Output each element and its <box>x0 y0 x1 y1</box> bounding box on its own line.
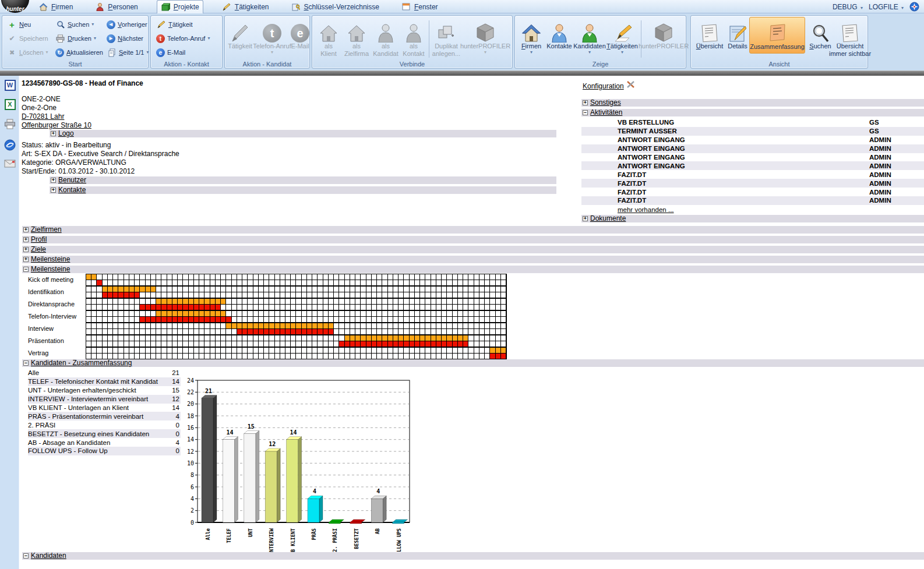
collapse-icon[interactable]: − <box>23 361 29 366</box>
gantt-plan-cell <box>415 348 420 354</box>
section-label-dokumente[interactable]: Dokumente <box>590 215 626 222</box>
gantt-plan-cell <box>118 335 124 341</box>
summary-row[interactable]: 2. PRÄSI0 <box>28 420 181 429</box>
activity-row[interactable]: TERMINT AUSSERGS <box>581 127 924 136</box>
activity-row[interactable]: ANTWORT EINGANGADMIN <box>581 144 924 153</box>
app-logo[interactable]: hunter <box>1 0 29 13</box>
expand-icon[interactable]: + <box>51 188 56 193</box>
activity-row[interactable]: VB ERSTELLUNGGS <box>581 118 924 127</box>
section-label-ziele[interactable]: Ziele <box>31 246 46 253</box>
summary-row[interactable]: VB KLIENT - Unterlagen an Klient14 <box>28 404 181 412</box>
gantt-plan-cell <box>366 335 372 341</box>
summary-row[interactable]: PRÄS - Präsentationstermin vereinbart4 <box>28 412 181 420</box>
section-label-kontakte[interactable]: Kontakte <box>58 186 86 194</box>
menu-item-projekte[interactable]: Projekte <box>157 0 203 13</box>
activity-row[interactable]: FAZIT.DTADMIN <box>581 196 924 205</box>
aktualisieren-button[interactable]: ↻ Aktualisieren <box>54 46 105 59</box>
section-label-aktivitaeten[interactable]: Aktivitäten <box>590 109 622 116</box>
expand-icon[interactable]: + <box>51 178 56 183</box>
company-city-link[interactable]: D-70281 Lahr <box>22 112 64 121</box>
excel-export-icon[interactable]: X <box>3 98 16 111</box>
gantt-plan-cell <box>425 348 431 354</box>
expand-icon[interactable]: + <box>23 247 29 252</box>
summary-row[interactable]: TELEF - Telefonischer Kontakt mit Kandid… <box>28 377 181 386</box>
konfiguration-link[interactable]: Konfiguration <box>583 80 636 90</box>
section-label-meilensteine-2[interactable]: Meilensteine <box>31 266 70 273</box>
naechster-button[interactable]: ▶ Nächster <box>105 32 145 45</box>
logfile-menu[interactable]: LOGFILE ▾ <box>869 3 904 11</box>
drucken-button[interactable]: Drucken ▾ <box>54 32 98 45</box>
expand-icon[interactable]: + <box>23 257 29 262</box>
zeige-firmen-button[interactable]: Firmen ▾ <box>519 18 544 55</box>
seite-button[interactable]: Seite 1/1 ▾ <box>105 46 150 59</box>
compass-icon[interactable] <box>909 2 919 12</box>
activity-row[interactable]: FAZIT.DTADMIN <box>581 170 924 179</box>
summary-row[interactable]: INTERVIEW - Interviewtermin vereinbart12 <box>28 395 181 404</box>
suchen-button[interactable]: Suchen ▾ <box>54 18 96 31</box>
gantt-plan-cell <box>339 299 344 305</box>
section-label-kandidaten-zusammenfassung[interactable]: Kandidaten - Zusammenfassung <box>31 359 132 367</box>
menu-item-personen[interactable]: Personen <box>91 0 141 13</box>
collapse-icon[interactable]: − <box>23 553 29 559</box>
web-browser-icon[interactable] <box>3 139 16 151</box>
neu-button[interactable]: + Neu <box>5 18 33 31</box>
summary-row[interactable]: UNT - Unterlagen erhalten/geschickt15 <box>28 386 181 395</box>
details-button[interactable]: Details <box>726 18 749 50</box>
gantt-plan-cell <box>161 287 167 292</box>
gantt-plan-cell <box>382 348 387 354</box>
mehr-vorhanden-link[interactable]: mehr vorhanden ... <box>618 206 674 213</box>
email-button[interactable]: e E-Mail <box>154 46 187 59</box>
section-label-kandidaten[interactable]: Kandidaten <box>31 552 66 560</box>
menu-item-fenster[interactable]: Fenster <box>398 0 442 13</box>
gantt-plan-cell <box>302 348 307 354</box>
activity-row[interactable]: ANTWORT EINGANGADMIN <box>581 161 924 170</box>
gantt-actual-cell <box>146 280 151 286</box>
activity-row[interactable]: FAZIT.DTADMIN <box>581 188 924 196</box>
company-street-link[interactable]: Offenburger Straße 10 <box>22 121 91 129</box>
expand-icon[interactable]: + <box>23 227 29 232</box>
print-icon[interactable] <box>3 118 16 130</box>
telefon-anruf-button[interactable]: t Telefon-Anruf ▾ <box>154 32 211 45</box>
uebersicht-button[interactable]: Übersicht <box>694 18 725 50</box>
section-label-logo[interactable]: Logo <box>58 130 74 137</box>
email-shortcut-icon[interactable] <box>3 157 16 170</box>
word-export-icon[interactable]: W <box>3 79 16 91</box>
expand-icon[interactable]: + <box>583 100 588 105</box>
uebersicht-immer-sichtbar-button[interactable]: Übersicht immer sichtbar <box>833 18 867 58</box>
summary-row[interactable]: Alle21 <box>28 369 181 377</box>
panel-splitter[interactable] <box>0 70 924 76</box>
ansicht-suchen-button[interactable]: Suchen <box>807 18 833 50</box>
collapse-icon[interactable]: − <box>23 267 29 272</box>
menu-item-taetigkeiten[interactable]: Tätigkeiten <box>218 0 273 13</box>
zeige-taetigkeiten-button[interactable]: Tätigkeiten ▾ <box>606 18 639 55</box>
activity-row[interactable]: ANTWORT EINGANGADMIN <box>581 153 924 162</box>
expand-icon[interactable]: + <box>23 237 29 242</box>
menu-item-schluessel[interactable]: Schlüssel-Verzeichnisse <box>288 0 383 13</box>
section-label-zielfirmen[interactable]: Zielfirmen <box>31 226 62 234</box>
activity-row[interactable]: FAZIT.DTADMIN <box>581 179 924 188</box>
zusammenfassung-button[interactable]: Zusammenfassung <box>749 17 805 54</box>
menu-item-firmen[interactable]: Firmen <box>35 0 76 13</box>
gantt-actual-cell <box>388 280 393 286</box>
section-label-benutzer[interactable]: Benutzer <box>58 176 86 184</box>
section-label-meilensteine[interactable]: Meilensteine <box>31 256 70 263</box>
taetigkeit-button[interactable]: Tätigkeit <box>154 18 195 31</box>
gantt-plan-cell <box>189 311 194 317</box>
gantt-plan-cell <box>410 323 415 329</box>
expand-icon[interactable]: + <box>583 216 588 221</box>
gantt-actual-cell <box>199 317 204 323</box>
summary-row[interactable]: FOLLOW UPS - Follow Up0 <box>28 447 181 455</box>
chevron-down-icon: ▾ <box>94 36 96 41</box>
section-kandidaten-zusammenfassung: − Kandidaten - Zusammenfassung <box>22 359 924 367</box>
section-label-sonstiges[interactable]: Sonstiges <box>590 99 621 107</box>
zeige-kontakte-button[interactable]: Kontakte <box>545 18 573 50</box>
summary-row[interactable]: BESETZT - Besetzung eines Kandidaten0 <box>28 429 181 438</box>
collapse-icon[interactable]: − <box>583 110 588 115</box>
debug-menu[interactable]: DEBUG ▾ <box>833 3 863 11</box>
activity-row[interactable]: ANTWORT EINGANGADMIN <box>581 136 924 144</box>
vorheriger-button[interactable]: ◀ Vorheriger <box>105 18 149 31</box>
expand-icon[interactable]: + <box>51 131 56 136</box>
zeige-kandidaten-button[interactable]: Kandidaten ▾ <box>574 18 605 55</box>
summary-row[interactable]: AB - Absage an Kandidaten4 <box>28 438 181 447</box>
section-label-profil[interactable]: Profil <box>31 236 47 243</box>
